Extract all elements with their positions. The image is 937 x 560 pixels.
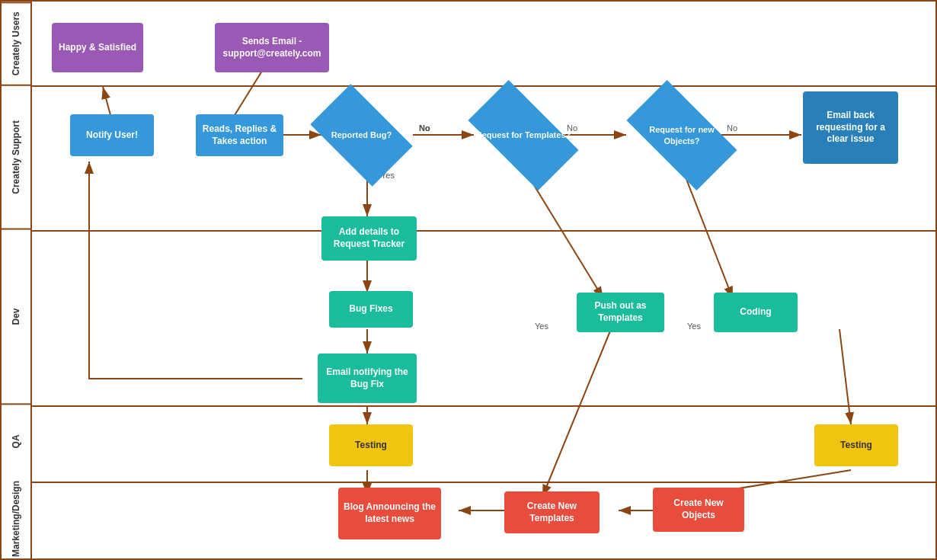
notify-user-label: Notify User! [86,130,138,142]
sends-email-node: Sends Email - support@creately.com [215,23,329,72]
request-templates-diamond: Request for Templates? [474,107,573,164]
reads-replies-label: Reads, Replies & Takes action [199,123,280,147]
create-templates-node: Create New Templates [504,491,600,533]
swim-lanes-labels: Creately Users Creately Support Dev QA M… [2,2,32,558]
happy-satisfied-label: Happy & Satisfied [59,42,136,54]
create-templates-label: Create New Templates [507,501,596,524]
create-objects-node: Create New Objects [653,488,744,532]
testing2-label: Testing [840,440,872,452]
bug-fixes-label: Bug Fixes [349,303,392,315]
testing1-node: Testing [329,424,413,466]
notify-user-node: Notify User! [70,114,154,156]
divider-3 [32,405,935,407]
reported-bug-diamond: Reported Bug? [318,107,405,164]
request-templates-text: Request for Templates? [475,128,573,142]
reported-bug-text: Reported Bug? [330,128,393,142]
push-templates-node: Push out as Templates [577,293,664,332]
lane-marketing: Marketing/Design [2,478,30,558]
yes-2: Yes [535,322,548,331]
diagram-container: Creately Users Creately Support Dev QA M… [0,0,937,560]
blog-label: Blog Announcing the latest news [341,501,438,525]
lane-creately-support: Creately Support [2,85,30,229]
blog-node: Blog Announcing the latest news [338,488,441,539]
lane-qa: QA [2,403,30,478]
push-templates-label: Push out as Templates [580,300,661,324]
coding-label: Coding [740,306,771,318]
yes-3: Yes [687,322,701,331]
divider-4 [32,482,935,483]
testing1-label: Testing [355,440,387,452]
divider-1 [32,85,935,87]
testing2-node: Testing [814,424,898,466]
email-back-label: Email back requesting for a clear issue [806,110,895,146]
add-details-node: Add details to Request Tracker [321,216,417,261]
email-back-node: Email back requesting for a clear issue [803,91,898,164]
create-objects-label: Create New Objects [656,498,741,521]
svg-line-15 [839,329,851,424]
bug-fixes-node: Bug Fixes [329,291,413,328]
email-notify-bug-label: Email notifying the Bug Fix [321,366,414,390]
lane-dev: Dev [2,229,30,403]
coding-node: Coding [714,293,798,332]
svg-line-14 [542,329,611,497]
sends-email-label: Sends Email - support@creately.com [218,36,326,59]
add-details-label: Add details to Request Tracker [325,226,414,250]
reads-replies-node: Reads, Replies & Takes action [196,114,283,156]
lane-creately-users: Creately Users [2,2,30,85]
divider-2 [32,230,935,232]
request-objects-text: Request for new Objects? [632,123,731,148]
request-objects-diamond: Request for new Objects? [632,107,731,164]
happy-satisfied-node: Happy & Satisfied [52,23,143,72]
no-1: No [419,123,430,133]
email-notify-bug-node: Email notifying the Bug Fix [318,354,417,403]
